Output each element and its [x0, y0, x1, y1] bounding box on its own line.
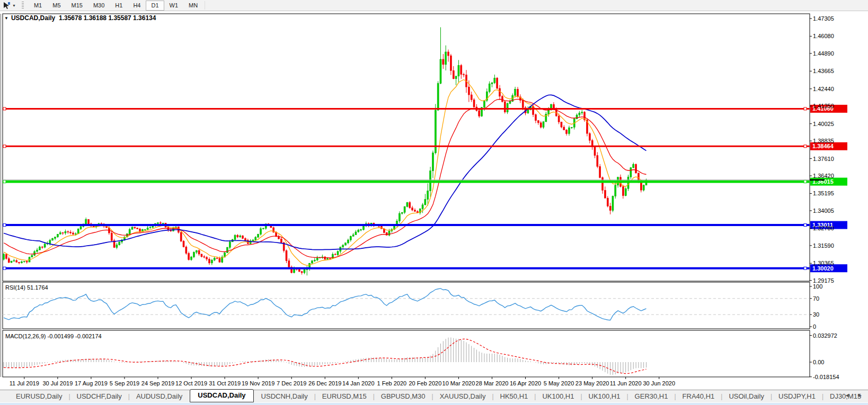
hline-handle[interactable]	[804, 107, 807, 110]
candle-body	[355, 232, 357, 235]
macd-axis-label: 0.00	[813, 359, 824, 365]
candle-body	[52, 238, 54, 240]
main-chart-svg[interactable]: 1.410601.384641.360151.330111.300201.473…	[0, 12, 868, 387]
candle-body	[226, 247, 228, 253]
timeframe-button-d1[interactable]: D1	[146, 1, 164, 11]
candle-body	[507, 103, 508, 112]
chart-tab-hk50-h1[interactable]: HK50,H1	[494, 391, 535, 402]
candle-body	[67, 231, 69, 232]
main-panel-frame	[3, 14, 810, 281]
date-axis-label: 19 Nov 2019	[242, 380, 274, 386]
date-axis-label: 14 Jan 2020	[342, 380, 375, 386]
candle-body	[214, 258, 215, 260]
chart-tab-usdjpy-h1[interactable]: USDJPY,H1	[772, 391, 822, 402]
candle-body	[162, 223, 164, 223]
candle-body	[131, 227, 133, 229]
candle-body	[581, 112, 583, 113]
hline-handle[interactable]	[804, 267, 807, 269]
candle-body	[347, 240, 349, 243]
hline-handle[interactable]	[3, 267, 6, 269]
price-axis-label: 1.30365	[813, 260, 834, 266]
hline-handle[interactable]	[3, 224, 6, 227]
candle-body	[191, 257, 192, 259]
candle-body	[252, 240, 254, 241]
toolbar-grip-handle[interactable]	[22, 2, 24, 9]
candle-body	[332, 254, 333, 258]
chart-tab-usdcad-daily[interactable]: USDCAD,Daily	[190, 389, 253, 402]
candle-body	[304, 269, 305, 273]
candle-body	[185, 247, 187, 253]
cursor-tool-caret-icon[interactable]: ▼	[12, 4, 16, 7]
timeframe-button-h1[interactable]: H1	[110, 1, 128, 11]
date-axis-label: 12 Oct 2019	[175, 380, 207, 386]
chart-tab-ger30-h1[interactable]: GER30,H1	[628, 391, 675, 402]
candle-body	[406, 203, 408, 207]
chart-tab-uk100-h1[interactable]: UK100,H1	[536, 391, 580, 402]
cursor-tool-icon[interactable]	[2, 1, 11, 10]
candle-body	[468, 87, 470, 95]
candle-body	[198, 250, 200, 254]
hline-handle[interactable]	[804, 181, 807, 183]
chart-tab-audusd-daily[interactable]: AUDUSD,Daily	[130, 391, 189, 402]
candle-body	[501, 96, 503, 102]
candle-body	[3, 254, 5, 259]
hline-handle[interactable]	[3, 107, 6, 110]
date-axis-label: 11 Jul 2019	[10, 380, 39, 386]
candle-body	[612, 196, 614, 211]
chart-tab-fra40-h1[interactable]: FRA40,H1	[676, 391, 721, 402]
candle-body	[129, 229, 130, 233]
candle-body	[276, 232, 277, 237]
chart-tab-uk100-h1[interactable]: UK100,H1	[582, 391, 627, 402]
chart-tab-usdcnh-daily[interactable]: USDCNH,Daily	[255, 391, 314, 402]
chart-tab-usoil-daily[interactable]: USOil,Daily	[722, 391, 770, 402]
price-axis-label: 1.41250	[813, 103, 834, 109]
candle-body	[499, 88, 501, 96]
candle-body	[211, 260, 212, 263]
candle-body	[80, 227, 82, 229]
date-axis-label: 16 Apr 2020	[510, 380, 541, 386]
candle-body	[479, 111, 480, 116]
candle-body	[312, 261, 313, 263]
candle-body	[49, 240, 51, 244]
candle-body	[75, 233, 76, 234]
tab-nav-arrows: ◄ ►	[838, 392, 863, 398]
timeframe-button-mn[interactable]: MN	[183, 1, 203, 11]
chart-tab-eurusd-m15[interactable]: EURUSD,M15	[316, 391, 373, 402]
hline-handle[interactable]	[804, 224, 807, 227]
candle-body	[350, 236, 351, 240]
candle-body	[206, 257, 208, 259]
hline-handle[interactable]	[3, 145, 6, 148]
timeframe-button-m5[interactable]: M5	[47, 1, 66, 11]
timeframe-button-m1[interactable]: M1	[29, 1, 47, 11]
candle-body	[398, 213, 400, 221]
hline-handle[interactable]	[804, 145, 807, 148]
timeframe-button-w1[interactable]: W1	[164, 1, 184, 11]
timeframe-button-h4[interactable]: H4	[128, 1, 146, 11]
hline-handle[interactable]	[3, 181, 6, 183]
chart-tab-xauusd-daily[interactable]: XAUUSD,Daily	[433, 391, 492, 402]
candle-body	[422, 205, 423, 209]
candle-body	[139, 229, 141, 231]
candle-body	[85, 219, 87, 224]
price-axis-label: 1.31590	[813, 242, 834, 249]
candle-body	[334, 254, 336, 255]
chart-tab-usdchf-daily[interactable]: USDCHF,Daily	[70, 391, 128, 402]
price-axis-label: 1.46080	[813, 33, 834, 39]
candle-body	[301, 272, 303, 273]
tab-scroll-left-icon[interactable]: ◄	[844, 392, 849, 398]
candle-body	[352, 235, 354, 236]
tab-scroll-right-icon[interactable]: ►	[857, 392, 863, 398]
candle-body	[180, 232, 182, 241]
rsi-axis-label: 30	[813, 311, 819, 318]
price-axis-label: 1.35195	[813, 190, 834, 196]
candle-body	[188, 254, 190, 260]
candle-body	[589, 133, 590, 140]
candle-body	[160, 223, 161, 223]
chart-tab-gbpusd-m30[interactable]: GBPUSD,M30	[375, 391, 432, 402]
candle-body	[527, 110, 529, 113]
timeframe-button-m15[interactable]: M15	[66, 1, 88, 11]
candle-body	[537, 121, 539, 123]
chart-tab-eurusd-daily[interactable]: EURUSD,Daily	[10, 391, 68, 402]
candle-body	[144, 229, 146, 230]
timeframe-button-m30[interactable]: M30	[88, 1, 110, 11]
